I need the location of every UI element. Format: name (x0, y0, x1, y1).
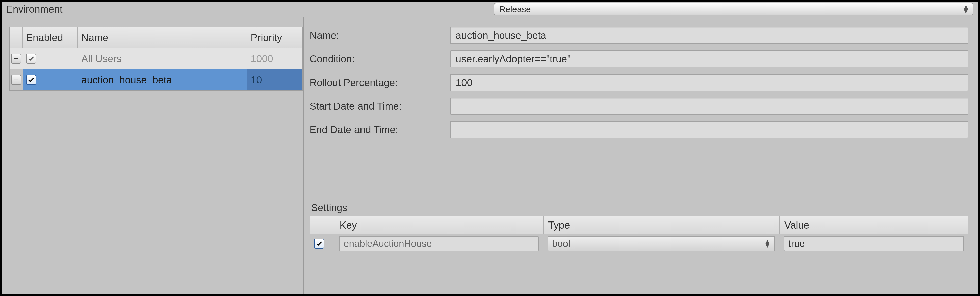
segment-priority[interactable]: 1000 (247, 48, 302, 69)
release-dropdown-wrap: Release ▲▼ (303, 3, 978, 15)
segments-header-blank (10, 27, 22, 48)
remove-button[interactable]: − (11, 54, 21, 64)
settings-row: enableAuctionHouse bool ▲▼ true (310, 234, 969, 253)
updown-icon: ▲▼ (963, 5, 969, 13)
segments-header-priority[interactable]: Priority (247, 27, 302, 48)
form-row-name: Name: auction_house_beta (310, 27, 969, 44)
label-name: Name: (310, 30, 450, 41)
release-dropdown-value: Release (500, 4, 531, 14)
setting-value-input[interactable]: true (784, 236, 964, 251)
label-end: End Date and Time: (310, 124, 450, 135)
settings-header: Key Type Value (310, 216, 969, 234)
segment-priority[interactable]: 10 (247, 69, 302, 90)
check-icon (27, 55, 35, 62)
top-bar: Environment Release ▲▼ (2, 2, 978, 17)
input-rollout[interactable]: 100 (450, 74, 969, 91)
table-row[interactable]: − All Users 1000 (10, 48, 302, 69)
form-row-rollout: Rollout Percentage: 100 (310, 74, 969, 91)
segments-table: Enabled Name Priority − All Users 1 (9, 27, 303, 91)
input-condition[interactable]: user.earlyAdopter=="true" (450, 51, 969, 68)
settings-title: Settings (311, 202, 969, 214)
setting-enabled-checkbox[interactable] (314, 239, 324, 249)
setting-type-dropdown[interactable]: bool ▲▼ (548, 236, 775, 251)
segments-header: Enabled Name Priority (10, 27, 302, 48)
settings-header-value[interactable]: Value (780, 217, 968, 234)
environment-label: Environment (2, 3, 303, 15)
label-condition: Condition: (310, 54, 450, 65)
form-row-condition: Condition: user.earlyAdopter=="true" (310, 50, 969, 68)
segments-panel: Enabled Name Priority − All Users 1 (2, 17, 303, 294)
segment-name: auction_house_beta (78, 69, 247, 90)
check-icon (315, 240, 323, 247)
form-row-end: End Date and Time: (310, 121, 969, 138)
setting-key-input[interactable]: enableAuctionHouse (339, 236, 539, 251)
updown-icon: ▲▼ (764, 239, 771, 247)
input-start[interactable] (450, 98, 969, 115)
settings-header-key[interactable]: Key (335, 217, 544, 234)
remove-button[interactable]: − (11, 75, 21, 85)
input-end[interactable] (450, 121, 969, 138)
settings-header-type[interactable]: Type (544, 217, 780, 234)
main: Enabled Name Priority − All Users 1 (2, 17, 978, 294)
release-dropdown[interactable]: Release ▲▼ (494, 3, 974, 15)
label-start: Start Date and Time: (310, 101, 450, 112)
check-icon (27, 76, 35, 84)
table-row[interactable]: − auction_house_beta 10 (10, 69, 302, 90)
segment-name: All Users (78, 48, 247, 69)
detail-panel: Name: auction_house_beta Condition: user… (304, 17, 978, 294)
settings-header-blank (310, 217, 335, 234)
segments-header-enabled[interactable]: Enabled (22, 27, 78, 48)
input-name[interactable]: auction_house_beta (450, 27, 969, 44)
enabled-checkbox[interactable] (26, 75, 36, 85)
enabled-checkbox[interactable] (26, 54, 36, 64)
label-rollout: Rollout Percentage: (310, 77, 450, 88)
window: Environment Release ▲▼ Enabled Name Prio… (0, 0, 980, 296)
form-row-start: Start Date and Time: (310, 97, 969, 115)
settings-section: Settings Key Type Value enableAuctionHou… (310, 202, 969, 253)
segments-header-name[interactable]: Name (78, 27, 247, 48)
